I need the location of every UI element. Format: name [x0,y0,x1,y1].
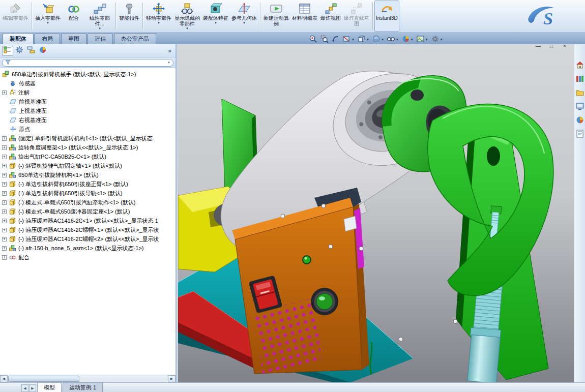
bill-of-materials-button[interactable]: 材料明细表 [290,1,319,32]
dropdown-arrow-icon[interactable]: ▼ [411,38,414,41]
scroll-thumb[interactable] [8,376,79,382]
display-style-button[interactable]: ▼ [371,34,385,46]
bottom-tab-2[interactable]: 运动算例 1 [63,382,103,392]
tree-row[interactable]: 前视基准面 [0,97,175,106]
section-view-button[interactable]: ▼ [342,34,355,46]
expand-plus-icon[interactable]: + [2,209,7,214]
dropdown-arrow-icon[interactable]: ▼ [366,38,369,41]
dropdown-arrow-icon[interactable]: ▼ [186,27,189,30]
tree-row[interactable]: +(固定) 单斜引臂机旋转机构1<1> (默认<默认_显示状态- [0,134,175,143]
edit-component-button[interactable]: 编辑零部件 [2,1,30,32]
tree-row[interactable]: 上视基准面 [0,106,175,115]
instant3d-button[interactable]: Instant3D [374,1,399,32]
dropdown-arrow-icon[interactable]: ▼ [396,38,399,41]
tree-filter-input[interactable] [12,59,166,66]
expand-plus-icon[interactable]: + [2,237,7,242]
command-tab-2[interactable]: 布局 [35,33,60,44]
smart-fasteners-button[interactable]: 智能扣件 [118,1,141,32]
tree-row[interactable]: +(-) 单边引拔斜臂机650引拔导轨<1> (默认) [0,189,175,198]
dropdown-arrow-icon[interactable]: ▼ [352,38,355,41]
expand-plus-icon[interactable]: + [2,136,7,141]
expand-plus-icon[interactable]: + [2,182,7,187]
expand-plus-icon[interactable]: + [2,255,7,260]
hide-show-items-button[interactable]: ▼ [386,34,399,46]
solidworks-resources-button[interactable] [575,61,584,70]
dropdown-arrow-icon[interactable]: ▼ [157,21,160,24]
dropdown-arrow-icon[interactable]: ▼ [425,38,428,41]
scroll-left-button[interactable]: ◀ [0,375,8,382]
mate-button[interactable]: 配合 [62,1,85,32]
insert-components-button[interactable]: 插入零部件▼ [34,1,62,32]
appearances-scenes-button[interactable] [575,115,584,125]
command-tab-5[interactable]: 办公室产品 [114,33,156,44]
expand-plus-icon[interactable]: + [2,91,7,95]
tree-row[interactable]: +(-) 油压缓冲器AC1416-2C螺帽<2> (默认<<默认>_显示状 [0,234,175,244]
expand-plus-icon[interactable]: + [2,228,7,232]
panel-tab-propertymanager[interactable] [14,46,25,56]
restore-window-button[interactable]: □ [547,43,555,50]
tree-row[interactable]: +650单边引拔旋转机构<1> (默认) [0,170,175,179]
dropdown-arrow-icon[interactable]: ▼ [98,27,101,30]
tree-row[interactable]: 传感器 [0,79,175,88]
panel-tab-featuremanager[interactable] [2,46,13,56]
expand-plus-icon[interactable]: + [2,191,7,196]
design-library-button[interactable] [575,74,584,83]
expand-plus-icon[interactable]: + [2,200,7,205]
view-palette-button[interactable] [575,102,584,111]
tree-row[interactable]: +(-) 横走式-单截式650缓冲器固定座<1> (默认) [0,207,175,216]
filter-dropdown-icon[interactable]: ▼ [167,61,170,64]
previous-view-button[interactable] [331,34,340,46]
tree-row[interactable]: +(-) 油压缓冲器AC1416-2C<1> (默认<<默认>_显示状态 1 [0,216,175,225]
panel-flyout-chevron[interactable]: » [166,47,173,54]
tree-row[interactable]: +(-) 单边引拔斜臂机650引拔座正臂<1> (默认) [0,179,175,189]
tree-horizontal-scrollbar[interactable]: ◀ ▶ [0,375,175,382]
tab-scroll-left-button[interactable]: ◀ [21,384,28,392]
linear-component-pattern-button[interactable]: 线性零部件...▼ [85,1,114,32]
expand-plus-icon[interactable]: + [2,164,7,168]
tree-row[interactable]: +(-) 横走式-单截式650引拔汽缸牵动作<1> (默认) [0,198,175,207]
bottom-tab-1[interactable]: 模型 [37,382,62,392]
file-explorer-button[interactable] [575,88,584,97]
zoom-fit-button[interactable] [308,34,318,46]
tree-row[interactable]: +旋出气缸PC-CA50B25-C<1> (默认) [0,152,175,161]
tree-row[interactable]: +旋转角度调整架<1> (默认<<默认>_显示状态 1>) [0,143,175,152]
command-tab-1[interactable]: 装配体 [3,33,34,44]
explode-line-sketch-button[interactable]: 爆炸直线草图 [342,1,371,32]
minimize-window-button[interactable]: — [534,43,542,50]
tree-row[interactable]: +配合 [0,253,175,262]
view-orientation-button[interactable]: ▼ [357,34,370,46]
tree-row[interactable]: +注解 [0,88,175,97]
tree-row[interactable]: +(-) afr-150-h_none_5_asm<1> (默认<显示状态-1>… [0,244,175,253]
command-tab-4[interactable]: 评估 [87,33,113,44]
expand-plus-icon[interactable]: + [2,246,7,251]
show-hidden-components-button[interactable]: 显示隐藏的零部件▼ [173,1,201,32]
dropdown-arrow-icon[interactable]: ▼ [243,21,246,24]
scroll-right-button[interactable]: ▶ [168,375,175,382]
command-tab-3[interactable]: 草图 [61,33,86,44]
panel-tab-appearancemanager[interactable] [37,46,48,56]
tree-row[interactable]: +(-) 斜臂机旋转气缸固定轴<1> (默认<默认) [0,161,175,170]
tree-row[interactable]: +(-) 油压缓冲器AC1416-2C螺帽<1> (默认<<默认>_显示状 [0,225,175,234]
expand-plus-icon[interactable]: + [2,155,7,159]
tab-scroll-right-button[interactable]: ▶ [29,384,36,392]
reference-geometry-button[interactable]: 参考几何体▼ [230,1,258,32]
custom-properties-button[interactable] [575,129,584,138]
panel-tab-configurationmanager[interactable] [25,46,37,56]
dropdown-arrow-icon[interactable]: ▼ [440,38,443,41]
expand-plus-icon[interactable]: + [2,173,7,177]
tree-row[interactable]: 原点 [0,125,175,134]
graphics-viewport[interactable]: —□× [178,44,574,382]
tree-filter-box[interactable]: ▼ [2,59,173,67]
close-window-button[interactable]: × [561,43,569,50]
dropdown-arrow-icon[interactable]: ▼ [214,21,217,24]
zoom-to-area-button[interactable] [319,34,329,46]
exploded-view-button[interactable]: 爆炸视图 [319,1,342,32]
tree-row[interactable]: 650单边引拔斜臂机械手 (默认<默认_显示状态-1>) [0,70,175,79]
assembly-features-button[interactable]: 装配体特征▼ [201,1,230,32]
tree-row[interactable]: 右视基准面 [0,115,175,125]
dropdown-arrow-icon[interactable]: ▼ [381,38,384,41]
dropdown-arrow-icon[interactable]: ▼ [46,21,49,24]
apply-scene-button[interactable]: ▼ [416,34,429,46]
expand-plus-icon[interactable]: + [2,219,7,223]
new-motion-study-button[interactable]: 新建运动算例 [262,1,290,32]
